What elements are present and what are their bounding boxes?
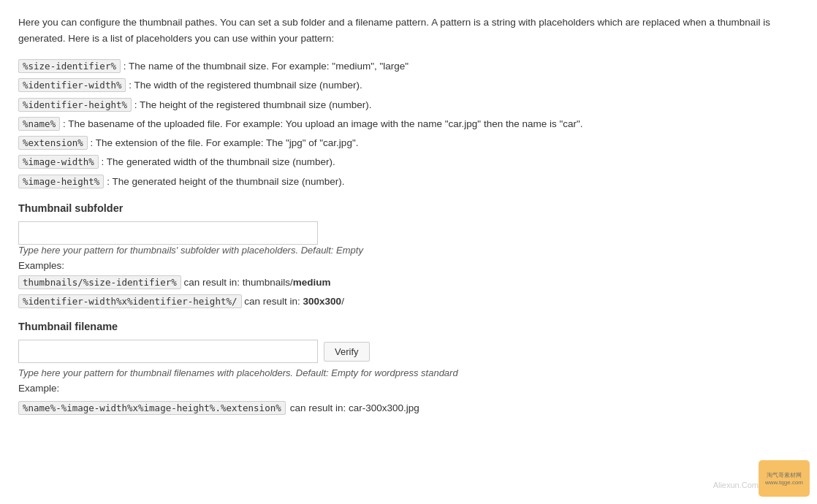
subfolder-example1-bold: medium (293, 277, 331, 288)
subfolder-example-1: thumbnails/%size-identifier% can result … (18, 275, 799, 290)
filename-title: Thumbnail filename (18, 321, 799, 332)
subfolder-hint: Type here your pattern for thumbnails' s… (18, 245, 799, 256)
verify-button[interactable]: Verify (324, 342, 370, 362)
placeholder-list: %size-identifier% : The name of the thum… (18, 59, 799, 189)
placeholder-row-7: %image-height% : The generated height of… (18, 175, 799, 189)
placeholder-code-5: %extension% (18, 136, 88, 150)
subfolder-example2-suffix: / (341, 296, 344, 307)
placeholder-desc-4: : The basename of the uploaded file. For… (63, 118, 583, 129)
subfolder-title: Thumbnail subfolder (18, 202, 799, 214)
placeholder-row-3: %identifier-height% : The height of the … (18, 98, 799, 112)
filename-example-row: %name%-%image-width%x%image-height%.%ext… (18, 401, 799, 415)
placeholder-code-7: %image-height% (18, 175, 104, 188)
placeholder-code-6: %image-width% (18, 155, 99, 169)
placeholder-code-1: %size-identifier% (18, 59, 121, 73)
filename-hint: Type here your pattern for thumbnail fil… (18, 367, 799, 378)
subfolder-example2-bold: 300x300 (303, 296, 342, 307)
filename-example-label: Example: (18, 383, 799, 394)
filename-input[interactable] (18, 340, 318, 363)
placeholder-row-6: %image-width% : The generated width of t… (18, 155, 799, 169)
subfolder-input[interactable] (18, 221, 318, 245)
watermark-tqge-text: 淘气哥素材网 www.tqge.com (765, 471, 803, 486)
placeholder-desc-6: : The generated width of the thumbnail s… (102, 156, 335, 167)
watermark-tqge: 淘气哥素材网 www.tqge.com (759, 460, 810, 497)
placeholder-code-3: %identifier-height% (18, 98, 132, 112)
filename-example-code: %name%-%image-width%x%image-height%.%ext… (18, 401, 286, 415)
placeholder-desc-2: : The width of the registered thumbnail … (129, 80, 362, 91)
filename-input-row: Verify (18, 340, 799, 363)
filename-example-text: can result in: car-300x300.jpg (290, 402, 419, 413)
placeholder-code-4: %name% (18, 117, 60, 131)
placeholder-row-5: %extension% : The extension of the file.… (18, 136, 799, 150)
subfolder-examples-label: Examples: (18, 260, 799, 271)
subfolder-example1-code: thumbnails/%size-identifier% (18, 275, 181, 289)
placeholder-desc-7: : The generated height of the thumbnail … (107, 176, 344, 187)
placeholder-desc-3: : The height of the registered thumbnail… (134, 99, 372, 110)
subfolder-example1-text: can result in: thumbnails/ (183, 277, 292, 288)
watermark-aliexun: Aliexun.Com (713, 481, 759, 489)
placeholder-row-1: %size-identifier% : The name of the thum… (18, 59, 799, 74)
intro-text: Here you can configure the thumbnail pat… (18, 15, 799, 46)
placeholder-row-4: %name% : The basename of the uploaded fi… (18, 117, 799, 131)
subfolder-example2-code: %identifier-width%x%identifier-height%/ (18, 294, 242, 308)
placeholder-code-2: %identifier-width% (18, 78, 126, 92)
subfolder-example-2: %identifier-width%x%identifier-height%/ … (18, 294, 799, 309)
placeholder-desc-5: : The extension of the file. For example… (91, 137, 359, 148)
placeholder-desc-1: : The name of the thumbnail size. For ex… (123, 61, 408, 72)
placeholder-row-2: %identifier-width% : The width of the re… (18, 78, 799, 93)
subfolder-example2-text: can result in: (244, 296, 303, 307)
